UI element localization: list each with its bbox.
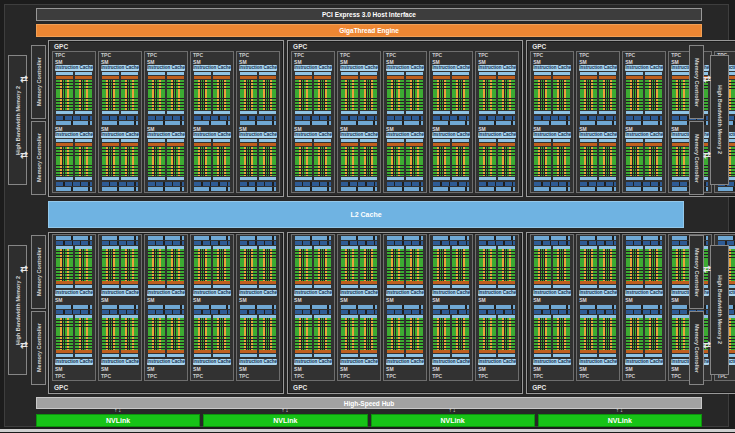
core-grid: [645, 147, 662, 177]
load-store-units-bar: [406, 111, 423, 114]
core-grid: [672, 318, 689, 350]
dispatch-unit-bar: [580, 281, 597, 284]
tpc-block: TPCSMInstruction CacheSMInstruction Cach…: [98, 234, 142, 381]
sm-processing-blocks: [431, 72, 471, 114]
warp-scheduler-bar: [553, 139, 570, 142]
register-file-bar: [341, 116, 377, 120]
core-grid: [387, 249, 404, 281]
warp-scheduler-bar: [341, 139, 358, 142]
dispatch-unit-bar: [240, 143, 257, 146]
tpc-row: TPCSMInstruction CacheSMInstruction Cach…: [51, 51, 281, 195]
dispatch-unit-bar: [672, 76, 689, 79]
texture-units-bar: [626, 305, 662, 309]
sm-block: SMInstruction Cache: [578, 235, 618, 304]
core-grid: [213, 249, 230, 281]
processing-block: [479, 314, 496, 358]
processing-block: [360, 314, 377, 358]
load-store-units-bar: [479, 177, 496, 180]
texture-units-bar: [387, 121, 423, 125]
texture-units-bar: [148, 187, 184, 191]
warp-scheduler-bar: [626, 285, 643, 288]
tpc-row: TPCSMInstruction CacheSMInstruction Cach…: [51, 234, 281, 383]
dispatch-unit-bar: [121, 143, 138, 146]
nvlink-block: NVLink: [203, 414, 367, 427]
texture-units-bar: [387, 236, 423, 240]
sm-processing-blocks: [54, 139, 94, 181]
dispatch-unit-bar: [213, 143, 230, 146]
processing-block: [121, 245, 138, 289]
processing-block: [341, 314, 358, 358]
instruction-cache-bar: Instruction Cache: [55, 290, 93, 296]
sm-label: SM: [578, 366, 618, 372]
memory-transfer-arrows-icon: ⇄: [17, 75, 31, 83]
processing-block: [360, 245, 377, 289]
instruction-cache-bar: Instruction Cache: [533, 132, 571, 138]
dispatch-unit-bar: [194, 143, 211, 146]
core-grid: [148, 80, 165, 110]
instruction-cache-bar: Instruction Cache: [386, 65, 424, 71]
instruction-cache-bar: Instruction Cache: [432, 132, 470, 138]
sm-label: SM: [532, 366, 572, 372]
instruction-cache-bar: Instruction Cache: [579, 359, 617, 365]
tpc-block: TPCSMInstruction CacheSMInstruction Cach…: [190, 51, 234, 193]
core-grid: [479, 147, 496, 177]
dispatch-unit-bar: [406, 76, 423, 79]
processing-block: [553, 314, 570, 358]
core-grid: [314, 147, 331, 177]
tpc-label: TPC: [238, 52, 278, 59]
sm-block: SMInstruction Cache: [238, 235, 278, 304]
dispatch-unit-bar: [148, 76, 165, 79]
warp-scheduler-bar: [534, 72, 551, 75]
load-store-units-bar: [148, 177, 165, 180]
processing-block: [452, 245, 469, 289]
texture-units-bar: [580, 236, 616, 240]
dispatch-unit-bar: [645, 76, 662, 79]
warp-scheduler-bar: [240, 354, 257, 357]
warp-scheduler-bar: [452, 139, 469, 142]
warp-scheduler-bar: [645, 72, 662, 75]
sm-processing-blocks: [624, 245, 664, 289]
load-store-units-bar: [452, 177, 469, 180]
texture-units-bar: [433, 305, 469, 309]
warp-scheduler-bar: [56, 285, 73, 288]
tpc-label: TPC: [477, 373, 517, 380]
processing-block: [406, 245, 423, 289]
instruction-cache-bar: Instruction Cache: [340, 359, 378, 365]
instruction-cache-bar: Instruction Cache: [478, 65, 516, 71]
load-store-units-bar: [295, 111, 312, 114]
dispatch-unit-bar: [75, 350, 92, 353]
processing-block: [240, 245, 257, 289]
processing-block: [194, 314, 211, 358]
texture-units-bar: [102, 121, 138, 125]
load-store-units-bar: [148, 111, 165, 114]
processing-block: [194, 72, 211, 114]
texture-units-bar: [580, 187, 616, 191]
processing-block: [534, 139, 551, 181]
tpc-label: TPC: [578, 373, 618, 380]
warp-scheduler-bar: [498, 354, 515, 357]
texture-units-bar: [295, 187, 331, 191]
texture-units-bar: [534, 121, 570, 125]
dispatch-unit-bar: [534, 143, 551, 146]
sm-label: SM: [238, 126, 278, 132]
warp-scheduler-bar: [194, 139, 211, 142]
dispatch-unit-bar: [75, 143, 92, 146]
tpc-label: TPC: [385, 52, 425, 59]
nvlink-block: NVLink: [538, 414, 702, 427]
bottom-edge-strip: [0, 429, 735, 432]
sm-processing-blocks: [339, 139, 379, 181]
core-grid: [295, 249, 312, 281]
sm-block: SMInstruction Cache: [578, 59, 618, 126]
core-grid: [194, 80, 211, 110]
warp-scheduler-bar: [387, 139, 404, 142]
load-store-units-bar: [259, 177, 276, 180]
register-file-bar: [479, 182, 515, 186]
dispatch-unit-bar: [672, 281, 689, 284]
register-file-bar: [194, 182, 230, 186]
sm-block: SMInstruction Cache: [146, 304, 186, 373]
register-file-bar: [240, 182, 276, 186]
core-grid: [75, 147, 92, 177]
dispatch-unit-bar: [626, 350, 643, 353]
dispatch-unit-bar: [553, 143, 570, 146]
processing-block: [433, 314, 450, 358]
